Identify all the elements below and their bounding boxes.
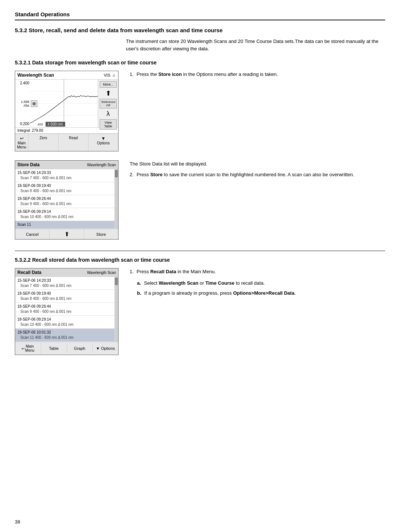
store-screen-header: Store Data Wavelength Scan bbox=[15, 161, 118, 169]
store-row-4-date: 18-SEP-06 09:29:14 bbox=[17, 209, 112, 214]
recall-step-a-text: Select Wavelength Scan or Time Course to… bbox=[144, 280, 265, 287]
recall-screen-right: Wavelength Scan bbox=[87, 271, 116, 275]
recall-row-4-date: 18-SEP-06 09:29:14 bbox=[17, 317, 112, 322]
wl-scan-area: 2.400 1.599Abs 0.200 ⊕ bbox=[15, 80, 118, 128]
main-menu-button[interactable]: ↩ MainMenu bbox=[15, 134, 29, 151]
store-button[interactable]: Store bbox=[84, 230, 118, 239]
instructions-step2: The Store Data list will be displayed. 2… bbox=[130, 160, 385, 183]
subsection-5-3-2-1: 5.3.2.1 Data storage from wavelength sca… bbox=[15, 60, 385, 240]
zero-button[interactable]: Zero bbox=[29, 134, 59, 151]
section-intro-text: The instrument can store 20 Wavelength S… bbox=[126, 39, 379, 51]
subsection-5-3-2-1-row2: Store Data Wavelength Scan 15-SEP-06 14:… bbox=[15, 160, 385, 240]
scroll-indicator-store[interactable] bbox=[114, 169, 118, 229]
page-header: Standard Operations bbox=[15, 11, 385, 20]
zoom-button[interactable]: ⊕ bbox=[31, 100, 37, 107]
recall-data-screen: Recall Data Wavelength Scan 15-SEP-06 14… bbox=[15, 268, 119, 355]
store-screen-title: Store Data bbox=[17, 162, 40, 167]
options-button-recall[interactable]: ▼ Options bbox=[93, 344, 118, 353]
recall-row-2-detail: Scan 8 400 - 600 nm Δ 001 nm bbox=[17, 296, 112, 301]
recall-row-5[interactable]: 18-SEP-06 10:01:32 Scan 11 400 - 600 nm … bbox=[15, 329, 114, 342]
y-min: 0.200 bbox=[16, 122, 29, 126]
subsection-5-3-2-1-row1: Wavelength Scan VIS ☼ 2.400 1.599Abs 0.2… bbox=[15, 71, 385, 151]
store-row-4-detail: Scan 10 400 - 600 nm Δ 001 nm bbox=[17, 214, 112, 220]
wl-screen-body: 2.400 1.599Abs 0.200 ⊕ bbox=[15, 80, 118, 151]
graph-button[interactable]: Graph bbox=[67, 344, 93, 353]
wl-screen-title: Wavelength Scan bbox=[17, 73, 54, 78]
options-label: Options bbox=[97, 141, 110, 145]
step-1: 1. Press the Store icon in the Options m… bbox=[130, 71, 385, 78]
recall-row-2-date: 18-SEP-06 09:19:40 bbox=[17, 291, 112, 296]
recall-back-icon: ↩ bbox=[21, 347, 24, 351]
step-1-text: Press the Store icon in the Options menu… bbox=[137, 71, 278, 78]
recall-row-4-detail: Scan 10 400 - 600 nm Δ 001 nm bbox=[17, 322, 112, 327]
options-chevron-icon: ▼ bbox=[96, 346, 100, 351]
options-button-wl[interactable]: ▼ Options bbox=[89, 134, 118, 151]
store-upload-icon: ⬆ bbox=[64, 231, 69, 237]
chevron-down-icon: ▼ bbox=[89, 136, 117, 141]
recall-row-1[interactable]: 15-SEP-06 14:20:33 Scan 7 400 - 600 nm Δ… bbox=[15, 277, 114, 290]
section-intro: The instrument can store 20 Wavelength S… bbox=[126, 38, 385, 52]
subsection-5-3-2-2-row: Recall Data Wavelength Scan 15-SEP-06 14… bbox=[15, 268, 385, 355]
store-row-2[interactable]: 18-SEP-06 09:19:40 Scan 8 400 - 600 nm Δ… bbox=[15, 182, 114, 195]
recall-row-5-date: 18-SEP-06 10:01:32 bbox=[17, 330, 112, 335]
zero-label: Zero bbox=[40, 136, 47, 140]
recall-list-content: 15-SEP-06 14:20:33 Scan 7 400 - 600 nm Δ… bbox=[15, 277, 118, 342]
store-data-screen: Store Data Wavelength Scan 15-SEP-06 14:… bbox=[15, 160, 119, 240]
y-mid: 1.599Abs bbox=[16, 100, 29, 107]
integral-label: Integral: 279.00 bbox=[17, 128, 43, 133]
section-5-3-2-2-title: 5.3.2.2 Recall stored data from waveleng… bbox=[15, 257, 385, 263]
store-icon-footer[interactable]: ⬆ bbox=[50, 229, 84, 239]
recall-row-1-detail: Scan 7 400 - 600 nm Δ 001 nm bbox=[17, 283, 112, 288]
store-screen-right: Wavelength Scan bbox=[87, 163, 116, 167]
graph-label: Graph bbox=[74, 346, 86, 351]
store-list-rows: 15-SEP-06 14:20:33 Scan 7 400 - 600 nm Δ… bbox=[15, 169, 114, 229]
store-footer: Cancel ⬆ Store bbox=[15, 229, 118, 239]
recall-step-1-number: 1. bbox=[130, 268, 134, 276]
store-icon-button[interactable]: ⬆ bbox=[100, 89, 117, 97]
recall-row-5-detail: Scan 11 400 - 600 nm Δ 001 nm bbox=[17, 335, 112, 340]
recall-row-3[interactable]: 18-SEP-06 09:26:44 Scan 9 400 - 600 nm Δ… bbox=[15, 303, 114, 316]
lambda-icon[interactable]: λ bbox=[100, 110, 117, 118]
store-row-3-detail: Scan 9 400 - 600 nm Δ 001 nm bbox=[17, 201, 112, 207]
store-row-5[interactable]: Scan 11 bbox=[15, 221, 114, 229]
recall-step-b-text: If a program is already in progress, pre… bbox=[144, 290, 296, 297]
table-button[interactable]: Table bbox=[41, 344, 67, 353]
store-row-3[interactable]: 18-SEP-06 09:26:44 Scan 9 400 - 600 nm Δ… bbox=[15, 195, 114, 208]
store-label: Store bbox=[96, 232, 106, 237]
recall-footer: ↩ MainMenu Table Graph ▼ Options bbox=[15, 342, 118, 355]
section-divider bbox=[15, 251, 385, 251]
wl-chart-svg bbox=[30, 80, 98, 127]
table-label: Table bbox=[49, 346, 59, 351]
instructions-step1: 1. Press the Store icon in the Options m… bbox=[130, 71, 385, 82]
recall-screen-title: Recall Data bbox=[17, 270, 41, 275]
store-row-1[interactable]: 15-SEP-06 14:20:33 Scan 7 400 - 600 nm Δ… bbox=[15, 169, 114, 182]
more-button[interactable]: More... bbox=[100, 81, 117, 88]
wl-y-axis: 2.400 1.599Abs 0.200 bbox=[15, 80, 30, 127]
scroll-indicator-recall[interactable] bbox=[114, 277, 118, 342]
recall-step-b: b. If a program is already in progress, … bbox=[137, 290, 385, 297]
store-row-2-detail: Scan 8 400 - 600 nm Δ 001 nm bbox=[17, 188, 112, 194]
recall-step-1-text: Press Recall Data in the Main Menu. bbox=[137, 268, 216, 276]
view-table-button[interactable]: View Table bbox=[100, 119, 117, 130]
scroll-thumb-store bbox=[115, 170, 118, 177]
step-2-number: 2. bbox=[130, 171, 134, 179]
wl-screen-footer: ↩ MainMenu Zero Read ▼ Options bbox=[15, 134, 118, 151]
recall-row-4[interactable]: 18-SEP-06 09:29:14 Scan 10 400 - 600 nm … bbox=[15, 316, 114, 329]
recall-row-2[interactable]: 18-SEP-06 09:19:40 Scan 8 400 - 600 nm Δ… bbox=[15, 290, 114, 303]
store-row-4[interactable]: 18-SEP-06 09:29:14 Scan 10 400 - 600 nm … bbox=[15, 208, 114, 221]
section-5-3-2-1-title: 5.3.2.1 Data storage from wavelength sca… bbox=[15, 60, 385, 66]
recall-main-menu-button[interactable]: ↩ MainMenu bbox=[15, 342, 41, 355]
read-button[interactable]: Read bbox=[59, 134, 89, 151]
cancel-button[interactable]: Cancel bbox=[15, 230, 50, 239]
wl-screen-badge: VIS ☼ bbox=[104, 73, 116, 78]
store-list-content: 15-SEP-06 14:20:33 Scan 7 400 - 600 nm Δ… bbox=[15, 169, 118, 229]
recall-step-1: 1. Press Recall Data in the Main Menu. bbox=[130, 268, 385, 276]
store-row-2-date: 18-SEP-06 09:19:40 bbox=[17, 183, 112, 188]
vis-label: VIS bbox=[104, 73, 110, 77]
cancel-label: Cancel bbox=[26, 232, 39, 237]
step-1-number: 1. bbox=[130, 71, 134, 78]
scroll-thumb-recall bbox=[115, 278, 118, 285]
options-recall-label: Options bbox=[101, 346, 115, 351]
reference-button[interactable]: Reference: Off bbox=[100, 99, 117, 108]
page-header-text: Standard Operations bbox=[15, 11, 70, 17]
